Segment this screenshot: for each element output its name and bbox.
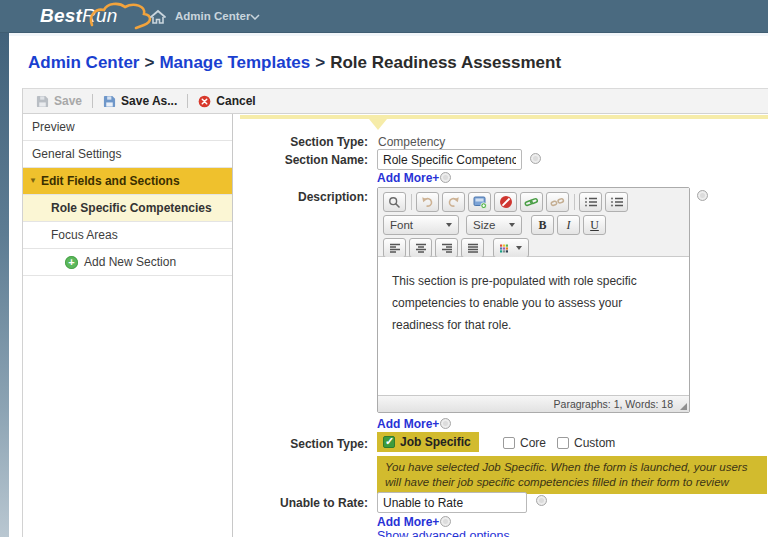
underline-button[interactable]: U — [583, 215, 606, 235]
unable-to-rate-input[interactable] — [377, 492, 527, 513]
sidebar-item-focus-areas[interactable]: Focus Areas — [23, 222, 232, 249]
cancel-label: Cancel — [216, 94, 255, 108]
breadcrumb-current-page: Role Readiness Assessment — [330, 53, 561, 72]
add-more-link-unable-to-rate[interactable]: Add More+ — [377, 515, 439, 529]
breadcrumb-separator: > — [310, 53, 330, 72]
help-icon[interactable] — [536, 495, 547, 506]
help-icon[interactable] — [440, 418, 451, 429]
cancel-button[interactable]: Cancel — [198, 94, 255, 108]
editor-toolbar: Font Size B I U — [378, 188, 689, 257]
description-rich-text-editor: Font Size B I U — [377, 187, 690, 413]
bulleted-list-icon[interactable] — [605, 192, 628, 212]
save-as-button[interactable]: Save As... — [103, 94, 177, 108]
sidebar-item-label: Role Specific Competencies — [51, 201, 212, 215]
sidebar-item-edit-fields-and-sections[interactable]: ▼ Edit Fields and Sections — [23, 168, 232, 195]
admin-center-menu[interactable]: Admin Center — [175, 10, 250, 22]
help-icon[interactable] — [440, 516, 451, 527]
help-icon[interactable] — [440, 172, 451, 183]
brand-text-light: Run — [82, 5, 117, 26]
align-center-icon[interactable] — [409, 238, 432, 258]
section-type-value: Competency — [378, 135, 445, 149]
checkbox-unchecked-icon[interactable] — [503, 437, 515, 449]
home-icon[interactable] — [149, 9, 167, 25]
align-justify-icon[interactable] — [461, 238, 484, 258]
show-advanced-options-link[interactable]: Show advanced options... — [377, 529, 520, 537]
italic-button[interactable]: I — [557, 215, 580, 235]
brand-text-bold: Best — [40, 5, 82, 26]
admin-center-page: BestRun Admin Center Admin Center>Manage… — [0, 0, 768, 537]
section-type-label: Section Type: — [233, 135, 368, 149]
color-grid-icon — [500, 243, 508, 254]
description-text-area[interactable]: This section is pre-populated with role … — [378, 257, 689, 395]
editor-word-count: Paragraphs: 1, Words: 18 — [554, 398, 673, 410]
insert-image-icon[interactable] — [468, 192, 491, 212]
add-plus-icon: + — [65, 256, 78, 269]
checkbox-unchecked-icon[interactable] — [557, 437, 569, 449]
sidebar-item-role-specific-competencies[interactable]: Role Specific Competencies — [23, 195, 232, 222]
redo-icon[interactable] — [442, 192, 465, 212]
form-toolbar: Save Save As... Cancel — [22, 88, 768, 114]
bold-button[interactable]: B — [531, 215, 554, 235]
checkbox-core[interactable]: Core — [503, 436, 546, 450]
editor-status-bar: Paragraphs: 1, Words: 18 — [378, 395, 689, 412]
checkbox-label: Core — [520, 436, 546, 450]
font-size-dropdown[interactable]: Size — [466, 215, 522, 235]
link-icon[interactable] — [520, 192, 543, 212]
caret-down-icon — [516, 246, 522, 250]
bestrun-logo[interactable]: BestRun — [40, 5, 117, 27]
checkbox-custom[interactable]: Custom — [557, 436, 615, 450]
checkbox-label: Custom — [574, 436, 615, 450]
save-label: Save — [54, 94, 82, 108]
sidebar-item-preview[interactable]: Preview — [23, 114, 232, 141]
topbar: BestRun Admin Center — [0, 0, 768, 33]
numbered-list-icon[interactable] — [579, 192, 602, 212]
breadcrumb-separator: > — [139, 53, 159, 72]
sidebar-item-label: General Settings — [32, 147, 121, 161]
resize-handle[interactable] — [680, 403, 687, 410]
section-highlight-bar — [240, 115, 768, 119]
chevron-down-icon[interactable] — [250, 14, 260, 20]
cancel-icon — [198, 95, 211, 108]
sidebar-item-label: Focus Areas — [51, 228, 118, 242]
save-icon — [36, 95, 49, 108]
save-button[interactable]: Save — [36, 94, 82, 108]
unable-to-rate-label: Unable to Rate: — [233, 496, 368, 510]
sidebar-item-label: Preview — [32, 120, 75, 134]
section-highlight-pointer — [369, 119, 387, 130]
help-icon[interactable] — [697, 190, 708, 201]
breadcrumb-manage-templates[interactable]: Manage Templates — [159, 53, 310, 72]
topbar-shadow — [0, 33, 768, 36]
save-as-label: Save As... — [121, 94, 177, 108]
align-right-icon[interactable] — [435, 238, 458, 258]
sidebar-item-general-settings[interactable]: General Settings — [23, 141, 232, 168]
font-family-dropdown[interactable]: Font — [383, 215, 459, 235]
checkbox-job-specific[interactable]: Job Specific — [377, 432, 479, 452]
breadcrumb: Admin Center>Manage Templates>Role Readi… — [28, 53, 561, 73]
description-label: Description: — [233, 190, 368, 204]
preview-icon[interactable] — [383, 192, 406, 212]
remove-format-icon[interactable] — [494, 192, 517, 212]
expand-arrow-icon: ▼ — [29, 177, 37, 185]
font-family-label: Font — [390, 219, 413, 231]
sidebar-item-label: Edit Fields and Sections — [41, 174, 180, 188]
undo-icon[interactable] — [416, 192, 439, 212]
caret-down-icon — [446, 223, 452, 227]
section-type-select-label: Section Type: — [233, 437, 368, 451]
add-more-link-section-name[interactable]: Add More+ — [377, 171, 439, 185]
help-icon[interactable] — [530, 153, 541, 164]
font-size-label: Size — [473, 219, 495, 231]
save-as-icon — [103, 95, 116, 108]
checkbox-label: Job Specific — [400, 435, 471, 449]
toolbar-separator — [187, 94, 188, 108]
checkbox-checked-icon[interactable] — [383, 436, 395, 448]
section-name-label: Section Name: — [233, 153, 368, 167]
add-new-section-button[interactable]: + Add New Section — [23, 249, 232, 276]
caret-down-icon — [509, 223, 515, 227]
section-name-input[interactable] — [377, 149, 522, 170]
toolbar-group-separator — [574, 194, 575, 210]
align-left-icon[interactable] — [383, 238, 406, 258]
add-more-link-description[interactable]: Add More+ — [377, 417, 439, 431]
text-color-dropdown[interactable] — [493, 238, 529, 258]
unlink-icon[interactable] — [546, 192, 569, 212]
breadcrumb-admin-center[interactable]: Admin Center — [28, 53, 139, 72]
